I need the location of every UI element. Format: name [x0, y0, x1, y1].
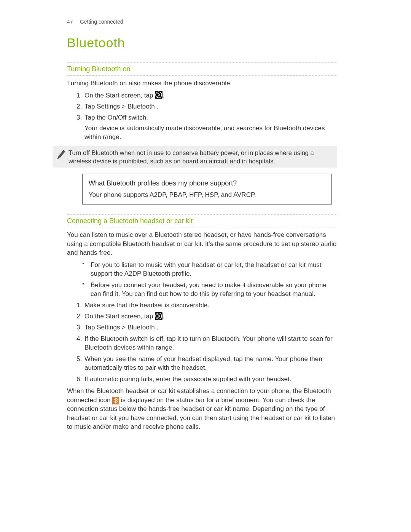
divider — [67, 214, 338, 215]
pencil-icon — [53, 146, 68, 163]
section2-bullet-2: Before you connect your headset, you nee… — [91, 281, 338, 299]
svg-rect-4 — [155, 312, 162, 320]
section1-intro: Turning Bluetooth on also makes the phon… — [67, 79, 338, 88]
chapter-title: Bluetooth — [67, 34, 338, 52]
profiles-answer: Your phone supports A2DP, PBAP, HFP, HSP… — [89, 190, 325, 199]
section2-step-5: When you see the name of your headset di… — [84, 355, 338, 372]
section2-step-6: If automatic pairing fails, enter the pa… — [84, 375, 338, 383]
page: 47 Getting connected Bluetooth Turning B… — [0, 0, 411, 532]
divider — [67, 62, 338, 63]
running-header: 47 Getting connected — [67, 18, 338, 26]
section1-step-2: Tap Settings > Bluetooth . — [84, 102, 338, 111]
running-header-text: Getting connected — [80, 19, 123, 25]
profiles-box: What Bluetooth profiles does my phone su… — [82, 174, 332, 204]
section-heading-turning-on: Turning Bluetooth on — [67, 64, 338, 74]
section2-step-2: On the Start screen, tap . — [84, 312, 338, 321]
section2-bullet-1: For you to listen to music with your hea… — [91, 260, 338, 278]
section1-steps: On the Start screen, tap . Tap Settings … — [67, 91, 338, 142]
section2-step-1: Make sure that the headset is discoverab… — [84, 301, 338, 310]
section2-outro: When the Bluetooth headset or car kit es… — [67, 387, 338, 431]
section2-step-4: If the Bluetooth switch is off, tap it t… — [84, 334, 338, 352]
section1-step-3: Tap the On/Off switch. Your device is au… — [84, 113, 338, 141]
profiles-question: What Bluetooth profiles does my phone su… — [89, 179, 325, 188]
section1-step-1: On the Start screen, tap . — [84, 91, 338, 100]
page-number: 47 — [67, 18, 78, 26]
note-callout: Turn off Bluetooth when not in use to co… — [53, 146, 337, 168]
content-column: 47 Getting connected Bluetooth Turning B… — [67, 18, 338, 434]
start-arrow-icon — [155, 312, 162, 320]
divider — [67, 75, 338, 76]
svg-rect-2 — [58, 150, 65, 158]
section1-step-3-sub: Your device is automatically made discov… — [84, 124, 338, 142]
divider — [67, 227, 338, 227]
svg-rect-0 — [155, 91, 162, 99]
bluetooth-connected-icon — [112, 397, 119, 404]
section2-intro: You can listen to music over a Bluetooth… — [67, 230, 338, 257]
note-text: Turn off Bluetooth when not in use to co… — [68, 146, 337, 168]
section2-bullets: For you to listen to music with your hea… — [67, 260, 338, 299]
section2-step-3: Tap Settings > Bluetooth . — [84, 323, 338, 332]
start-arrow-icon — [155, 91, 162, 99]
section-heading-connecting: Connecting a Bluetooth headset or car ki… — [67, 216, 338, 226]
section2-steps: Make sure that the headset is discoverab… — [67, 301, 338, 384]
